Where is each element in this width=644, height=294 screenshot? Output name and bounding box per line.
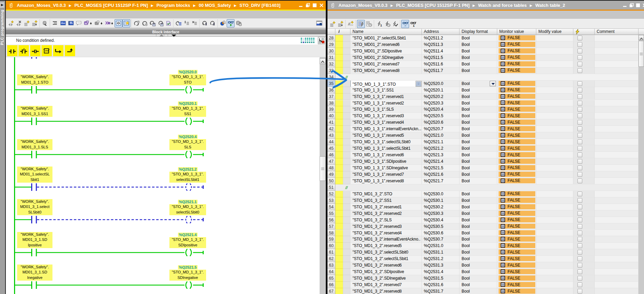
goto-next-error-button[interactable] <box>133 19 141 27</box>
watch-table-row[interactable]: 37"STO_MD_1_3_1".reserved1%Q2520.2BoolFA… <box>327 94 639 100</box>
check-block-consistency-button[interactable] <box>164 19 172 27</box>
breadcrumb-segment[interactable]: Amazon_Moses_V0.0.3 <box>338 3 387 8</box>
format-cell[interactable]: Bool <box>460 132 497 139</box>
name-cell[interactable]: "STO_MD1_3_2".reserved6 <box>350 262 422 269</box>
insert-comment-line-button[interactable]: //... <box>347 20 355 28</box>
row-number[interactable]: 35 <box>327 81 335 87</box>
format-dropdown-button[interactable] <box>490 81 496 86</box>
row-number[interactable]: 42 <box>327 126 335 132</box>
scroll-up-button[interactable] <box>639 35 644 40</box>
watch-table-row[interactable]: 57"STO_MD1_3_2".reserved3%Q2530.5BoolFAL… <box>327 223 639 230</box>
row-number[interactable]: 47 <box>327 158 335 165</box>
insert-empty-box-button[interactable] <box>23 19 31 27</box>
overlapping-accesses-button[interactable] <box>219 19 227 27</box>
format-cell[interactable]: Bool <box>460 87 497 94</box>
modify-value-cell[interactable] <box>536 269 573 275</box>
minimize-button[interactable] <box>623 3 627 8</box>
close-button[interactable] <box>319 3 324 8</box>
modify-trigger-checkbox[interactable] <box>577 42 582 47</box>
modify-value-cell[interactable] <box>536 243 573 249</box>
format-cell[interactable]: Bool <box>460 35 497 41</box>
format-cell[interactable]: Bool <box>460 81 497 87</box>
row-number[interactable]: 50 <box>327 178 335 184</box>
row-number[interactable]: 43 <box>327 132 335 139</box>
modify-trigger-checkbox[interactable] <box>577 282 582 287</box>
comment-cell[interactable] <box>595 262 639 269</box>
address-cell[interactable]: %Q2521.2 <box>422 145 460 152</box>
watch-table-row[interactable]: 28"STO_MD01_2".selectSLSbit1%Q2511.2Bool… <box>327 35 639 41</box>
insert-row-button[interactable] <box>31 19 38 27</box>
breadcrumb-segment[interactable]: Watch table_2 <box>535 3 565 8</box>
modify-trigger-checkbox[interactable] <box>577 139 582 144</box>
scroll-thumb[interactable] <box>639 41 644 67</box>
name-cell[interactable]: "STO_MD_1_3_1".SDIpositive <box>350 158 422 165</box>
expanded-mode-button[interactable] <box>401 20 409 28</box>
watch-table-comment-row[interactable]: 34// <box>327 74 639 81</box>
format-cell[interactable]: Bool <box>460 61 497 68</box>
modify-trigger-checkbox[interactable] <box>577 113 582 118</box>
row-number[interactable]: 31 <box>327 54 335 61</box>
name-cell[interactable]: "STO_MD1_3_2".reserved1 <box>350 204 422 210</box>
modify-trigger-checkbox[interactable] <box>577 36 582 40</box>
comment-cell[interactable] <box>595 191 639 197</box>
name-cell[interactable]: "STO_MD1_3_2".SDIpositive <box>350 269 422 275</box>
watch-table-row[interactable]: 41"STO_MD_1_3_1".reserved4%Q2520.6BoolFA… <box>327 119 639 126</box>
name-cell[interactable]: "STO_MD1_3_2".SS1 <box>350 197 422 204</box>
monitor-call-environment-button[interactable] <box>318 37 325 44</box>
name-cell[interactable]: "STO_MD_1_3_1".SS1 <box>350 87 422 94</box>
modify-trigger-checkbox[interactable] <box>577 289 582 294</box>
modify-value-cell[interactable] <box>536 197 573 204</box>
watch-table-row[interactable]: 30"STO_MD01_2".SDIpositive%Q2511.4BoolFA… <box>327 48 639 54</box>
name-cell[interactable]: "STO_MD01_2".reserved6 <box>350 41 422 48</box>
name-cell[interactable]: "STO_MD_1_3_1".SDInegative <box>350 165 422 171</box>
editor-vertical-scrollbar[interactable] <box>320 57 326 294</box>
split-editor-horizontal-button[interactable] <box>59 19 67 27</box>
row-number[interactable]: 48 <box>327 165 335 171</box>
minimize-button[interactable] <box>299 3 303 8</box>
address-cell[interactable]: %Q2531.2 <box>422 256 460 262</box>
modify-value-cell[interactable] <box>536 119 573 126</box>
format-cell[interactable]: Bool <box>460 236 497 243</box>
address-cell[interactable]: %Q2531.1 <box>422 249 460 256</box>
row-number[interactable]: 40 <box>327 113 335 119</box>
address-cell[interactable]: %Q2520.3 <box>422 100 460 107</box>
modify-value-cell[interactable] <box>536 230 573 236</box>
address-cell[interactable]: %Q2530.6 <box>422 230 460 236</box>
row-number[interactable]: 45 <box>327 145 335 152</box>
breadcrumb-segment[interactable]: PLC_MOSES [CPU 1512SP F-1 PN] <box>396 3 469 8</box>
modify-trigger-checkbox[interactable] <box>577 166 582 170</box>
modify-trigger-checkbox[interactable] <box>577 62 582 66</box>
modify-trigger-checkbox[interactable] <box>577 250 582 255</box>
modify-value-cell[interactable] <box>536 94 573 100</box>
format-cell[interactable]: Bool <box>460 210 497 217</box>
comment-cell[interactable] <box>595 197 639 204</box>
comment-cell[interactable] <box>595 106 639 113</box>
modify-value-cell[interactable] <box>536 191 573 197</box>
address-cell[interactable]: %Q2520.4 <box>422 106 460 113</box>
name-cell[interactable]: "STO_MD1_3_2".selectSLSbit1 <box>350 256 422 262</box>
name-cell[interactable]: "STO_MD_1_3_1".reserved6 <box>350 152 422 158</box>
format-cell[interactable]: Bool <box>460 269 497 275</box>
modify-trigger-checkbox[interactable] <box>577 81 582 86</box>
operand-representation-button[interactable]: 01 <box>83 19 93 27</box>
row-number[interactable]: 29 <box>327 41 335 48</box>
coil-operand-label[interactable]: "STO_MD_1_3_1".STO <box>169 74 206 85</box>
address-cell[interactable]: %Q2530.3 <box>422 210 460 217</box>
row-number[interactable]: 44 <box>327 139 335 145</box>
show-modify-trigger-button[interactable]: 1 <box>409 20 417 28</box>
name-cell[interactable]: "STO_MD_1_3_1".internalEventAckn... <box>350 126 422 132</box>
watch-table-row[interactable]: 56"STO_MD1_3_2".SLS%Q2530.4BoolFALSE <box>327 217 639 223</box>
watch-table-row[interactable]: 64"STO_MD1_3_2".SDIpositive%Q2531.4BoolF… <box>327 269 639 275</box>
modify-value-cell[interactable] <box>536 152 573 158</box>
row-number[interactable]: 57 <box>327 223 335 230</box>
name-cell[interactable]: "STO_MD01_2".SDInegative <box>350 54 422 61</box>
address-cell[interactable]: %Q2511.6 <box>422 61 460 68</box>
name-cell[interactable]: "STO_MD1_3_2".reserved8 <box>350 288 422 294</box>
scroll-up-button[interactable] <box>320 58 326 64</box>
modify-trigger-checkbox[interactable] <box>577 146 582 151</box>
name-cell[interactable]: "STO_MD_1_3_1".reserved1 <box>350 94 422 100</box>
row-number[interactable]: 28 <box>327 35 335 41</box>
modify-value-cell[interactable] <box>536 165 573 171</box>
favorite-empty-box-button[interactable]: ?? <box>41 45 52 56</box>
row-number[interactable]: 62 <box>327 256 335 262</box>
